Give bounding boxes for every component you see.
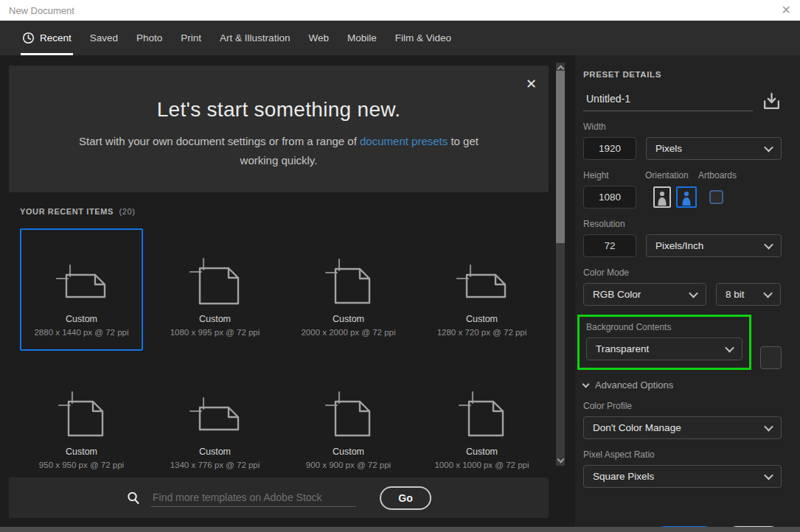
tab-saved[interactable]: Saved	[90, 21, 118, 55]
hero-close-icon[interactable]: ✕	[526, 76, 537, 92]
tab-label: Film & Video	[395, 32, 451, 43]
color-mode-dropdown[interactable]: RGB Color	[583, 283, 706, 306]
recent-item-card[interactable]: Custom1000 x 1000 px @ 72 ppi	[420, 361, 543, 483]
scrollbar-thumb[interactable]	[556, 71, 565, 243]
tab-label: Photo	[136, 32, 162, 43]
tab-label: Mobile	[347, 32, 377, 43]
background-contents-dropdown[interactable]: Transparent	[586, 337, 742, 360]
tab-label: Saved	[90, 32, 118, 43]
recent-item-card[interactable]: Custom1080 x 995 px @ 72 ppi	[153, 228, 276, 351]
background-color-swatch[interactable]	[760, 346, 782, 369]
portrait-person-icon	[656, 190, 668, 206]
hero-title: Let's start something new.	[9, 98, 549, 122]
recent-items-count: (20)	[119, 207, 136, 216]
document-name-row	[583, 91, 782, 111]
recent-item-card[interactable]: Custom900 x 900 px @ 72 ppi	[287, 361, 410, 483]
height-input[interactable]	[583, 186, 636, 209]
background-contents-highlight: Background Contents Transparent	[577, 315, 751, 370]
preset-name: Custom	[66, 447, 97, 457]
width-unit-value: Pixels	[655, 143, 682, 154]
resolution-label: Resolution	[583, 219, 782, 229]
advanced-options-label: Advanced Options	[595, 379, 673, 391]
orientation-label: Orientation	[645, 170, 698, 181]
document-preset-icon	[454, 230, 510, 308]
advanced-options-toggle[interactable]: Advanced Options	[583, 379, 782, 391]
color-profile-dropdown[interactable]: Don't Color Manage	[583, 416, 782, 439]
preset-dimensions: 1340 x 776 px @ 72 ppi	[170, 461, 260, 469]
preset-name: Custom	[466, 447, 498, 457]
orientation-landscape-button[interactable]	[676, 186, 697, 208]
tab-label: Web	[308, 32, 329, 43]
preset-name: Custom	[199, 447, 231, 457]
clock-icon	[22, 32, 35, 44]
width-label: Width	[583, 122, 782, 132]
scroll-down-icon[interactable]	[557, 456, 564, 463]
tab-art-illustration[interactable]: Art & Illustration	[220, 21, 290, 55]
tab-print[interactable]: Print	[181, 21, 201, 55]
go-button[interactable]: Go	[380, 486, 431, 510]
recent-items-heading: YOUR RECENT ITEMS (20)	[20, 207, 136, 216]
background-contents-label: Background Contents	[586, 322, 742, 332]
chevron-down-icon	[582, 380, 590, 388]
preset-name: Custom	[333, 314, 364, 324]
color-mode-label: Color Mode	[583, 267, 782, 278]
hero-body-text: Start with your own document settings or…	[79, 135, 360, 147]
tab-label: Art & Illustration	[220, 32, 290, 43]
window-bottom-edge	[0, 527, 800, 532]
tab-web[interactable]: Web	[308, 21, 329, 55]
document-name-input[interactable]	[583, 91, 753, 111]
save-preset-button[interactable]	[762, 91, 782, 111]
color-mode-value: RGB Color	[593, 289, 641, 300]
recent-item-card[interactable]: Custom950 x 950 px @ 72 ppi	[20, 361, 143, 483]
color-profile-value: Don't Color Manage	[593, 422, 681, 433]
pixel-aspect-ratio-dropdown[interactable]: Square Pixels	[583, 465, 782, 488]
width-input[interactable]	[583, 137, 636, 160]
search-input[interactable]	[151, 489, 356, 507]
height-label: Height	[583, 170, 645, 181]
document-preset-icon	[187, 363, 243, 441]
preset-dimensions: 950 x 950 px @ 72 ppi	[39, 461, 124, 469]
resolution-unit-value: Pixels/Inch	[655, 240, 703, 251]
adobe-stock-search-bar: Go	[9, 477, 549, 518]
hero-body: Start with your own document settings or…	[72, 132, 485, 171]
document-preset-icon	[54, 230, 110, 308]
width-unit-dropdown[interactable]: Pixels	[646, 137, 782, 160]
background-contents-row: Background Contents Transparent	[583, 315, 782, 370]
recent-item-card[interactable]: Custom2880 x 1440 px @ 72 ppi	[20, 228, 143, 351]
window-close-icon[interactable]: ✕	[782, 4, 791, 16]
preset-details-panel: PRESET DETAILS Width Pixels Height Orien…	[575, 55, 800, 527]
background-contents-value: Transparent	[596, 343, 649, 354]
artboards-label: Artboards	[698, 170, 737, 181]
tab-label: Recent	[40, 32, 72, 43]
pixel-aspect-ratio-value: Square Pixels	[593, 471, 654, 482]
preset-dimensions: 2000 x 2000 px @ 72 ppi	[301, 328, 395, 337]
tab-bar: RecentSavedPhotoPrintArt & IllustrationW…	[0, 21, 800, 55]
document-preset-icon	[321, 230, 377, 308]
recent-item-card[interactable]: Custom2000 x 2000 px @ 72 ppi	[287, 228, 410, 351]
artboards-checkbox[interactable]	[709, 190, 723, 204]
document-preset-icon	[321, 363, 377, 441]
resolution-input[interactable]	[583, 234, 636, 257]
document-presets-link[interactable]: document presets	[360, 135, 448, 147]
recent-item-card[interactable]: Custom1280 x 720 px @ 72 ppi	[420, 228, 543, 351]
resolution-unit-dropdown[interactable]: Pixels/Inch	[646, 234, 782, 257]
bit-depth-dropdown[interactable]: 8 bit	[716, 283, 781, 306]
recent-items-label: YOUR RECENT ITEMS	[20, 207, 114, 216]
preset-details-heading: PRESET DETAILS	[583, 70, 782, 79]
orientation-portrait-button[interactable]	[653, 186, 671, 208]
preset-dimensions: 900 x 900 px @ 72 ppi	[306, 461, 391, 469]
color-profile-label: Color Profile	[583, 401, 782, 411]
tab-label: Print	[181, 32, 201, 43]
preset-dimensions: 1000 x 1000 px @ 72 ppi	[434, 461, 529, 469]
document-preset-icon	[454, 363, 510, 441]
tab-photo[interactable]: Photo	[136, 21, 162, 55]
preset-dimensions: 2880 x 1440 px @ 72 ppi	[34, 328, 128, 337]
recent-item-card[interactable]: Custom1340 x 776 px @ 72 ppi	[153, 361, 276, 483]
main-content-area: ✕ Let's start something new. Start with …	[0, 55, 575, 527]
tab-film-video[interactable]: Film & Video	[395, 21, 451, 55]
preset-name: Custom	[199, 314, 231, 324]
tab-mobile[interactable]: Mobile	[347, 21, 377, 55]
preset-dimensions: 1280 x 720 px @ 72 ppi	[437, 328, 527, 337]
tab-recent[interactable]: Recent	[22, 21, 72, 55]
scrollbar[interactable]	[556, 63, 565, 466]
